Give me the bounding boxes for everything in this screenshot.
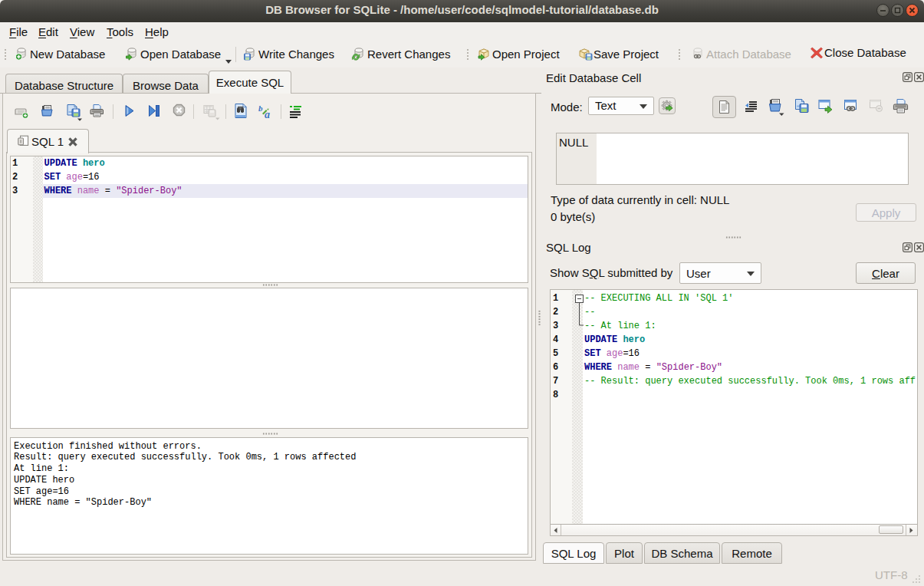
svg-text:b: b [258,104,263,113]
